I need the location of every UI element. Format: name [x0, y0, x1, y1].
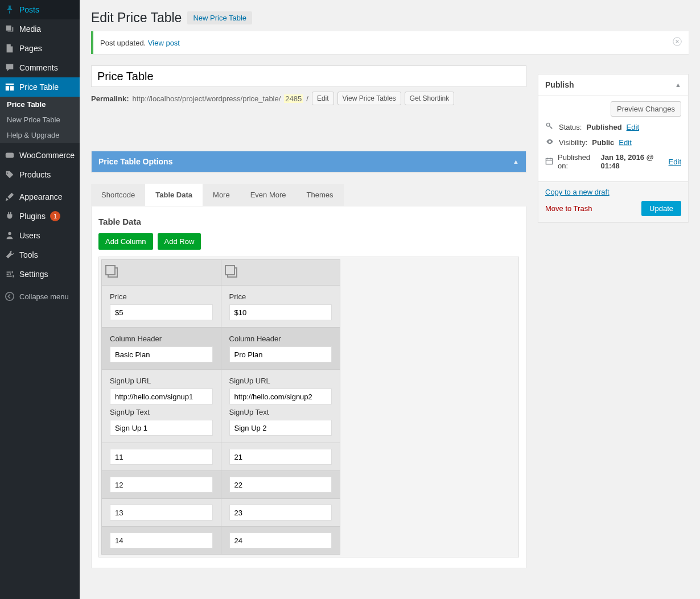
drag-handle-icon	[227, 267, 237, 278]
sidebar-item-tools[interactable]: Tools	[0, 245, 80, 265]
row-input[interactable]	[110, 532, 213, 548]
new-price-table-button[interactable]: New Price Table	[187, 11, 252, 24]
notice-text: Post updated.	[100, 39, 148, 47]
sidebar-item-label: Appearance	[19, 192, 63, 201]
page-icon	[5, 43, 15, 53]
sidebar-item-posts[interactable]: Posts	[0, 0, 80, 19]
price-input[interactable]	[229, 304, 332, 320]
column-header-label: Column Header	[229, 334, 332, 343]
tab-more[interactable]: More	[203, 184, 240, 206]
row-input[interactable]	[110, 449, 213, 465]
signup-text-input[interactable]	[229, 420, 332, 436]
sidebar-item-plugins[interactable]: Plugins 1	[0, 206, 80, 226]
tab-even-more[interactable]: Even More	[240, 184, 297, 206]
sidebar-sub-price-table[interactable]: Price Table	[0, 97, 80, 112]
view-post-link[interactable]: View post	[148, 39, 180, 47]
add-column-button[interactable]: Add Column	[98, 233, 153, 250]
move-to-trash-link[interactable]: Move to Trash	[545, 204, 592, 213]
calendar-icon	[545, 157, 553, 167]
visibility-edit-link[interactable]: Edit	[619, 138, 631, 147]
admin-sidebar: Posts Media Pages Comments Price Table P…	[0, 0, 80, 599]
column-header-input[interactable]	[110, 346, 213, 362]
sidebar-item-appearance[interactable]: Appearance	[0, 187, 80, 206]
drag-handle-icon	[108, 267, 118, 278]
tab-table-data[interactable]: Table Data	[145, 184, 203, 206]
sidebar-item-users[interactable]: Users	[0, 226, 80, 245]
settings-icon	[5, 269, 15, 279]
wrench-icon	[5, 250, 15, 260]
sidebar-sub-new-price-table[interactable]: New Price Table	[0, 112, 80, 127]
add-row-button[interactable]: Add Row	[158, 233, 201, 250]
svg-rect-0	[6, 153, 14, 158]
sidebar-item-comments[interactable]: Comments	[0, 58, 80, 77]
published-edit-link[interactable]: Edit	[669, 158, 681, 166]
permalink-edit-button[interactable]: Edit	[312, 92, 334, 105]
svg-point-1	[8, 232, 11, 235]
publish-panel: Publish ▲ Preview Changes Status: Publis…	[538, 74, 689, 222]
panel-toggle[interactable]: ▲	[675, 81, 681, 88]
sidebar-submenu: Price Table New Price Table Help & Upgra…	[0, 97, 80, 143]
column-handle[interactable]	[221, 260, 340, 285]
row-input[interactable]	[110, 477, 213, 493]
sidebar-item-media[interactable]: Media	[0, 19, 80, 39]
sidebar-item-pages[interactable]: Pages	[0, 39, 80, 58]
published-value: Jan 18, 2016 @ 01:48	[600, 153, 664, 170]
sidebar-item-woocommerce[interactable]: WooCommerce	[0, 146, 80, 165]
plugins-update-badge: 1	[50, 211, 60, 221]
row-input[interactable]	[229, 505, 332, 520]
editor-column: Price Column Header SignUp URL SignUp Te…	[102, 260, 221, 554]
row-input[interactable]	[229, 532, 332, 548]
signup-url-label: SignUp URL	[229, 377, 332, 385]
sidebar-item-label: Price Table	[19, 82, 59, 92]
table-icon	[5, 82, 15, 92]
signup-url-input[interactable]	[110, 389, 213, 404]
collapse-icon	[5, 291, 15, 301]
table-data-heading: Table Data	[98, 217, 519, 226]
sidebar-item-label: Comments	[19, 63, 58, 72]
row-input[interactable]	[229, 449, 332, 465]
status-edit-link[interactable]: Edit	[627, 123, 639, 131]
signup-url-input[interactable]	[229, 389, 332, 404]
sidebar-item-label: Settings	[19, 270, 48, 279]
table-editor: Price Column Header SignUp URL SignUp Te…	[98, 257, 519, 557]
status-label: Status:	[559, 123, 582, 131]
row-input[interactable]	[110, 505, 213, 520]
panel-toggle[interactable]: ▲	[513, 158, 519, 165]
page-title: Edit Price Table	[91, 10, 182, 26]
dismiss-notice-button[interactable]	[673, 37, 682, 48]
post-title-input[interactable]	[91, 65, 526, 87]
sidebar-item-label: Tools	[19, 250, 38, 259]
sidebar-item-label: Collapse menu	[19, 292, 69, 301]
visibility-value: Public	[592, 138, 614, 147]
view-price-tables-button[interactable]: View Price Tables	[337, 92, 401, 105]
price-label: Price	[229, 292, 332, 301]
sidebar-sub-help-upgrade[interactable]: Help & Upgrade	[0, 127, 80, 143]
update-button[interactable]: Update	[641, 201, 681, 216]
plugin-icon	[5, 211, 15, 221]
svg-point-4	[546, 123, 550, 126]
copy-to-draft-link[interactable]: Copy to a new draft	[545, 188, 610, 196]
sidebar-item-products[interactable]: Products	[0, 165, 80, 184]
svg-rect-5	[546, 158, 552, 164]
get-shortlink-button[interactable]: Get Shortlink	[405, 92, 454, 105]
signup-text-label: SignUp Text	[110, 408, 213, 416]
sidebar-item-settings[interactable]: Settings	[0, 265, 80, 284]
comment-icon	[5, 63, 15, 73]
column-handle[interactable]	[102, 260, 221, 285]
main-content: Edit Price Table New Price Table Post up…	[80, 0, 700, 599]
price-input[interactable]	[110, 304, 213, 320]
tab-themes[interactable]: Themes	[297, 184, 344, 206]
preview-changes-button[interactable]: Preview Changes	[611, 101, 681, 117]
permalink-base: http://localhost/project/wordpress/price…	[132, 94, 281, 103]
price-label: Price	[110, 292, 213, 301]
products-icon	[5, 170, 15, 180]
price-table-options-panel: Price Table Options ▲	[91, 151, 526, 172]
signup-text-input[interactable]	[110, 420, 213, 436]
row-input[interactable]	[229, 477, 332, 493]
table-data-tab-panel: Table Data Add Column Add Row Price	[91, 206, 526, 568]
tab-shortcode[interactable]: Shortcode	[91, 184, 145, 206]
column-header-input[interactable]	[229, 346, 332, 362]
sidebar-item-price-table[interactable]: Price Table	[0, 77, 80, 97]
sidebar-collapse[interactable]: Collapse menu	[0, 287, 80, 306]
brush-icon	[5, 192, 15, 202]
